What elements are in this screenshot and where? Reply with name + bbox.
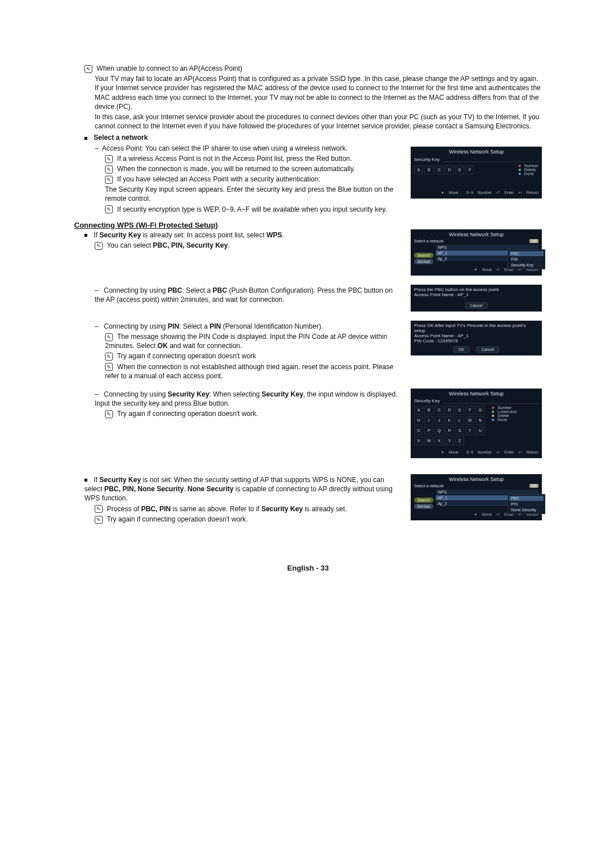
adhoc-pill: Ad-hoc — [414, 504, 433, 509]
mock-security-key-hex: Wireless Network Setup Security Key A B … — [411, 147, 542, 199]
apname: Access Point Name : AP_1 — [414, 292, 538, 297]
mock-footer: ✦ Move 0~9 Number ⏎ Enter ↩ Return — [414, 191, 538, 195]
sn-note3b: The Security Key input screen appears. E… — [105, 185, 404, 203]
opt-pbc: PBC — [509, 251, 544, 256]
ap-item-selected: AP_1 PBC PIN None Security — [436, 495, 538, 500]
key: F — [465, 165, 475, 175]
sk-input-line — [443, 398, 538, 404]
cancel-button: Cancel — [465, 302, 488, 309]
key: E — [455, 165, 464, 175]
pin-code: PIN Code : 12345678 — [414, 338, 538, 343]
note-icon: ✎ — [105, 333, 113, 341]
key: B — [424, 165, 433, 175]
key: C — [435, 165, 444, 175]
wps-heading: Connecting WPS (Wi-Fi Protected Setup) — [74, 221, 542, 229]
legend-number: Number — [524, 164, 538, 168]
note-icon: ✎ — [105, 410, 113, 418]
opt-none: None Security — [509, 507, 544, 512]
mock-ap-list-none: Wireless Network Setup Select a network … — [411, 474, 542, 520]
sk-note1: ✎ Try again if connecting operation does… — [105, 409, 404, 418]
sk-input-line — [443, 156, 538, 162]
sn-note4: ✎ If security encryption type is WEP, 0~… — [105, 205, 404, 214]
sn-note1: ✎ If a wireless Access Point is not in t… — [105, 154, 404, 163]
count-badge: 3/9 — [529, 484, 538, 488]
mock-ap-list-wps: Wireless Network Setup Select a network … — [411, 229, 542, 276]
notset-n1: ✎ Process of PBC, PIN is same as above. … — [95, 504, 404, 514]
cancel-button: Cancel — [476, 346, 499, 353]
note-icon: ✎ — [95, 505, 103, 513]
sn-note3a-text: If you have selected an Access Point wit… — [117, 175, 320, 183]
mock-security-key-full: Wireless Network Setup Security Key ABCD… — [411, 389, 542, 458]
opt-sk: Security Key — [509, 262, 544, 268]
pin-note2: ✎ Try again if connecting operation does… — [105, 351, 404, 361]
keyboard: ABCDEFG HIJKLMN OPQRSTU VWXYZ — [414, 406, 485, 447]
opt-pin: PIN — [509, 257, 544, 262]
key: D — [445, 165, 454, 175]
adhoc-pill: Ad-hoc — [414, 259, 433, 264]
note-icon: ✎ — [105, 165, 113, 173]
mock-title: Wireless Network Setup — [414, 149, 538, 155]
wps-note-select: ✎ You can select PBC, PIN, Security Key. — [95, 241, 404, 250]
note-icon: ✎ — [105, 363, 113, 371]
ap-line: Access Point: You can select the IP shar… — [95, 144, 404, 153]
sn-note2: ✎ When the connection is made, you will … — [105, 164, 404, 173]
apname: Access Point Name : AP_1 — [414, 333, 538, 338]
pin-note3: ✎ When the connection is not established… — [105, 362, 404, 381]
sn-note2-text: When the connection is made, you will be… — [117, 165, 355, 173]
ok-button: OK — [453, 346, 469, 353]
mock-title: Wireless Network Setup — [414, 391, 538, 397]
opt-pin: PIN — [509, 502, 544, 507]
sn-note3: ✎ If you have selected an Access Point w… — [105, 175, 404, 184]
note-icon: ✎ — [105, 353, 113, 361]
note-icon: ✎ — [105, 176, 113, 184]
mock-pin-code: Press OK After input TV's Pincode in the… — [411, 321, 542, 355]
pin-note1: ✎ The message showing the PIN Code is di… — [105, 332, 404, 350]
pin-msg: Press OK After input TV's Pincode in the… — [414, 323, 538, 333]
search-pill: Search — [414, 498, 433, 503]
select-network-heading: Select a network — [84, 133, 404, 142]
key: A — [414, 165, 423, 175]
mock-title: Wireless Network Setup — [414, 476, 538, 482]
sk-label: Security Key — [414, 398, 440, 403]
mock-pbc-press: Press the PBC button on the access point… — [411, 285, 542, 312]
opt-pbc: PBC — [509, 496, 544, 501]
mock-footer: ✦ Move 0~9 Number ⏎ Enter ↩ Return — [414, 450, 538, 455]
note-icon: ✎ — [95, 242, 103, 250]
wps-popout: PBC PIN None Security — [508, 494, 545, 514]
page-footer: English - 33 — [74, 564, 542, 572]
unable-para2: In this case, ask your Internet service … — [95, 112, 542, 131]
ap-item-selected: AP_1 PBC PIN Security Key — [436, 250, 538, 256]
select-net-label: Select a network — [414, 484, 444, 488]
pin-line: Connecting by using PIN: Select a PIN (P… — [95, 322, 404, 331]
note-icon: ✎ — [105, 155, 113, 163]
sk-label: Security Key — [414, 157, 440, 162]
wps-popout: PBC PIN Security Key — [508, 249, 545, 269]
notset-n2: ✎ Try again if connecting operation does… — [95, 515, 404, 524]
pbc-msg: Press the PBC button on the access point… — [414, 287, 538, 292]
sn-note1-text: If a wireless Access Point is not in the… — [117, 155, 352, 163]
note-unable-ap: ✎ When unable to connect to an AP(Access… — [84, 64, 542, 73]
search-pill: Search — [414, 253, 433, 258]
pbc-line: Connecting by using PBC: Select a PBC (P… — [95, 286, 404, 304]
note-icon: ✎ — [95, 516, 103, 524]
select-net-label: Select a network — [414, 239, 444, 243]
sn-note4-text: If security encryption type is WEP, 0~9,… — [117, 205, 387, 213]
note-icon: ✎ — [84, 65, 92, 73]
wps-intro: If Security Key is already set: In acces… — [84, 231, 404, 240]
legend-done: Done — [524, 172, 534, 176]
select-network-title: Select a network — [94, 134, 148, 142]
key-row: A B C D E F ■ Number ■ Delete ■ Done — [414, 164, 538, 176]
note-icon: ✎ — [105, 205, 113, 213]
mock-title: Wireless Network Setup — [414, 232, 538, 237]
legend-delete: Delete — [524, 168, 536, 172]
unable-para1: Your TV may fail to locate an AP(Access … — [95, 74, 542, 111]
sk-line: Connecting by using Security Key: When s… — [95, 390, 404, 408]
unable-title: When unable to connect to an AP(Access P… — [96, 64, 242, 72]
notset-line: If Security Key is not set: When the sec… — [84, 475, 404, 503]
count-badge: 3/9 — [529, 239, 538, 243]
